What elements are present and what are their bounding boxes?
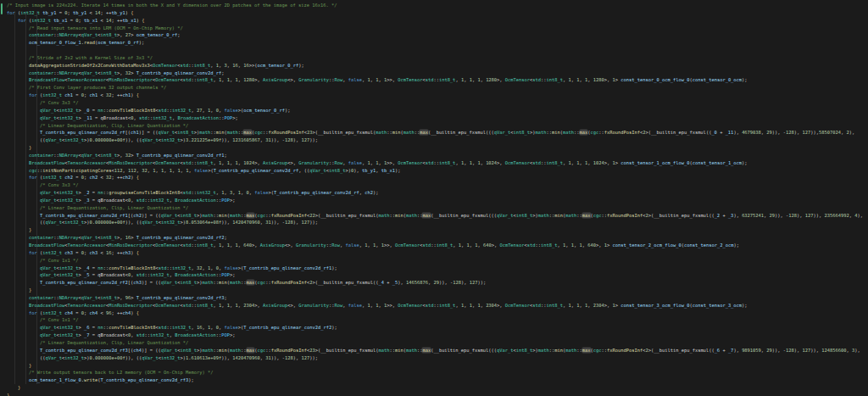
word-occurrence-highlight: max [247, 213, 255, 218]
code-line[interactable]: T_contrib_epu_qlinear_conv2d_rf[(ch1)] =… [0, 129, 865, 144]
code-line[interactable]: container::NDArray<qVar_t<int8_t>, 32> T… [0, 70, 865, 77]
code-line[interactable]: T_contrib_epu_qlinear_conv2d_rf1[(ch2)] … [0, 212, 865, 227]
code-line[interactable]: ocm_tensor_0_flow_1.read(ocm_tensor_0_rf… [0, 39, 865, 47]
code-line[interactable]: BroadcastFlow<TensorAccessor<MinRoiDescr… [0, 302, 865, 310]
code-line-comment[interactable]: /* Linear Dequantization, Clip, Linear Q… [0, 339, 865, 347]
code-line[interactable]: qVar_t<int32_t> _6 = nn::convTileBlockIn… [0, 324, 865, 332]
code-line[interactable]: for (int32_t ch4 = 0; ch4 < 96; ++ch4) { [0, 310, 865, 317]
code-line[interactable]: cgc::initNonParticipatingCores<112, 112,… [0, 167, 865, 175]
code-line[interactable]: } [0, 226, 865, 234]
code-line[interactable]: for (int32_t tb_y1 = 0; tb_y1 < 14; ++tb… [0, 9, 865, 17]
word-occurrence-highlight: max [582, 348, 591, 353]
code-line[interactable]: for (int32_t ch2 = 0; ch2 < 32; ++ch2) { [0, 174, 865, 181]
code-line[interactable]: T_contrib_epu_qlinear_conv2d_rf2[(ch3)] … [0, 279, 865, 287]
code-line[interactable]: qVar_t<int32_t> _0 = nn::convTileBlockIn… [0, 107, 865, 114]
code-line-comment[interactable]: /* Stride of 2x2 with a Kernel Size of 3… [0, 54, 865, 62]
code-line[interactable]: T_contrib_epu_qlinear_conv2d_rf3[(ch4)] … [0, 347, 865, 362]
code-line-comment[interactable]: /* Linear Dequantization, Clip, Linear Q… [0, 122, 865, 130]
code-line-comment[interactable]: /* Conv 3x3 */ [0, 99, 865, 107]
code-line[interactable]: for (int32_t ch1 = 0; ch1 < 32; ++ch1) { [0, 92, 865, 99]
code-line[interactable]: qVar_t<int32_t> _4 = nn::convTileBlockIn… [0, 265, 865, 272]
code-line[interactable]: for (int32_t tb_x1 = 0; tb_x1 < 14; ++tb… [0, 17, 865, 25]
code-line[interactable]: container::NDArray<qVar_t<int8_t>, 96> T… [0, 294, 865, 302]
word-occurrence-highlight: max [582, 213, 591, 218]
code-line[interactable]: qVar_t<int32_t> _7 = qBroadcast<0, std::… [0, 332, 865, 339]
code-line[interactable]: } [0, 384, 865, 392]
code-line[interactable]: } [0, 362, 865, 370]
code-area[interactable]: /* Input image is 224x224. Iterate 14 ti… [0, 0, 868, 396]
code-line[interactable]: dataAggregationStrideOf2x2ConvWithDataMo… [0, 62, 865, 70]
code-line[interactable]: } [0, 144, 865, 152]
code-line-comment[interactable]: /* Input image is 224x224. Iterate 14 ti… [0, 2, 865, 9]
code-line-comment[interactable]: /* Conv 1x1 */ [0, 316, 865, 324]
word-occurrence-highlight: max [422, 213, 431, 218]
code-line[interactable]: qVar_t<int32_t> _2 = nn::groupwiseConvTi… [0, 189, 865, 197]
code-line[interactable]: BroadcastFlow<TensorAccessor<MinRoiDescr… [0, 159, 865, 167]
code-line[interactable]: container::NDArray<qVar_t<int8_t>, 16> T… [0, 234, 865, 242]
code-line-comment[interactable]: /* Write output tensors back to L2 memor… [0, 369, 865, 376]
code-line-comment[interactable]: /* Read input tensors into LRM (OCM = On… [0, 25, 865, 32]
word-occurrence-highlight: max [420, 130, 428, 135]
code-line-comment[interactable]: /* Conv 3x3 */ [0, 181, 865, 189]
code-line[interactable] [0, 47, 865, 54]
code-line-comment[interactable]: /* First Conv layer produces 32 output c… [0, 84, 865, 92]
code-line-comment[interactable]: /* Linear Dequantization, Clip, Linear Q… [0, 204, 865, 212]
word-occurrence-highlight: max [422, 348, 431, 353]
code-line[interactable]: container::NDArray<qVar_t<int8_t>, 32> T… [0, 152, 865, 159]
word-occurrence-highlight: max [247, 280, 255, 285]
code-line[interactable]: } [0, 287, 865, 294]
code-line[interactable]: } [0, 392, 865, 396]
code-line[interactable]: BroadcastFlow<TensorAccessor<MinRoiDescr… [0, 76, 865, 84]
code-line[interactable]: qVar_t<int32_t> _3 = qBroadcast<0, std::… [0, 197, 865, 204]
code-line[interactable]: qVar_t<int32_t> _5 = qBroadcast<0, std::… [0, 271, 865, 279]
code-line[interactable]: qVar_t<int32_t> _11 = qBroadcast<0, std:… [0, 114, 865, 122]
code-line[interactable]: for (int32_t ch3 = 0; ch3 < 16; ++ch3) { [0, 249, 865, 257]
code-editor-window: /* Input image is 224x224. Iterate 14 ti… [0, 0, 868, 396]
word-occurrence-highlight: max [247, 348, 255, 353]
word-occurrence-highlight: max [580, 130, 588, 135]
word-occurrence-highlight: max [243, 130, 252, 135]
code-line[interactable]: container::NDArray<qVar_t<int8_t>, 27> o… [0, 31, 865, 39]
code-line[interactable]: ocm_tensor_1_flow_0.write(T_contrib_epu_… [0, 376, 865, 384]
code-line-comment[interactable]: /* Conv 1x1 */ [0, 257, 865, 265]
code-line[interactable]: BroadcastFlow<TensorAccessor<MinRoiDescr… [0, 242, 865, 249]
